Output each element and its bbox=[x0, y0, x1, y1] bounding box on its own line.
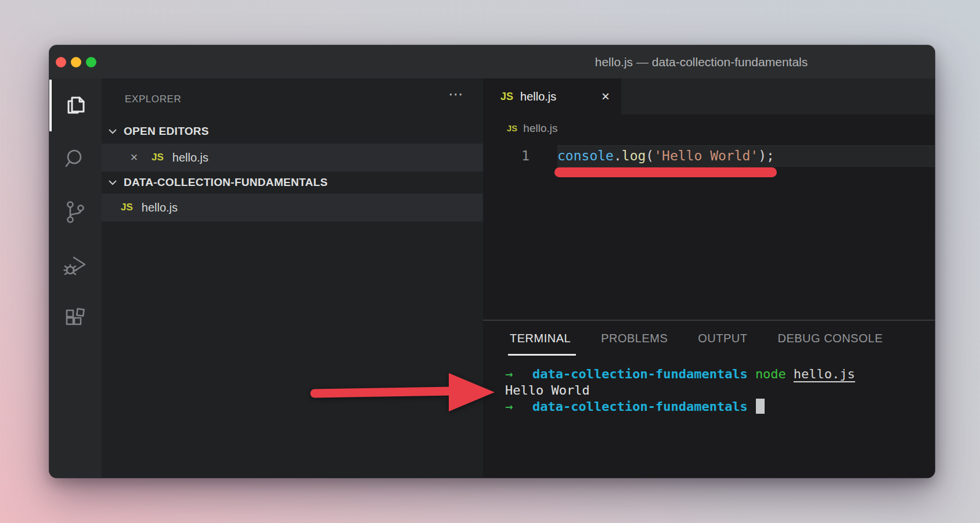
terminal-command-arg: hello.js bbox=[794, 367, 855, 381]
zoom-window-button[interactable] bbox=[86, 57, 96, 67]
code-token: . bbox=[614, 148, 622, 163]
js-file-icon: JS bbox=[121, 202, 133, 213]
activity-item-run-debug[interactable] bbox=[49, 239, 102, 292]
run-and-debug-icon bbox=[62, 252, 89, 279]
js-file-icon: JS bbox=[507, 123, 517, 133]
tab-strip: JS hello.js × bbox=[483, 78, 935, 114]
sidebar-title: EXPLORER bbox=[125, 94, 181, 105]
terminal-line-command: →data-collection-fundamentalsnodehello.j… bbox=[505, 366, 935, 382]
terminal-content[interactable]: →data-collection-fundamentalsnodehello.j… bbox=[483, 356, 935, 415]
breadcrumb: JS hello.js bbox=[483, 114, 935, 142]
code-line-content[interactable]: console.log('Hello World'); bbox=[557, 145, 935, 167]
section-label: DATA-COLLECTION-FUNDAMENTALS bbox=[124, 176, 327, 189]
terminal-command: node bbox=[755, 367, 786, 381]
titlebar: hello.js — data-collection-fundamentals bbox=[49, 45, 935, 78]
file-name: hello.js bbox=[172, 151, 208, 164]
section-open-editors[interactable]: OPEN EDITORS bbox=[102, 119, 483, 144]
minimize-window-button[interactable] bbox=[71, 57, 81, 67]
code-line-1: 1 console.log('Hello World'); bbox=[483, 145, 935, 167]
more-actions-icon[interactable]: ⋯ bbox=[448, 85, 464, 103]
terminal-line-output: Hello World bbox=[505, 382, 935, 399]
annotation-underline-red bbox=[554, 167, 777, 177]
js-file-icon: JS bbox=[152, 152, 164, 163]
prompt-directory: data-collection-fundamentals bbox=[532, 367, 748, 381]
terminal-cursor bbox=[756, 399, 765, 414]
editor-group: JS hello.js × JS hello.js 1 console.log(… bbox=[483, 78, 935, 478]
prompt-arrow: → bbox=[505, 399, 532, 415]
tab-hello-js[interactable]: JS hello.js × bbox=[483, 78, 621, 114]
code-editor[interactable]: 1 console.log('Hello World'); bbox=[483, 142, 935, 320]
code-token: 'Hello World' bbox=[654, 148, 758, 163]
code-token: console bbox=[557, 148, 614, 163]
activity-bar bbox=[49, 78, 102, 478]
files-icon bbox=[62, 92, 89, 119]
close-tab-icon[interactable]: × bbox=[601, 89, 610, 103]
bottom-panel: TERMINAL PROBLEMS OUTPUT DEBUG CONSOLE →… bbox=[483, 320, 935, 478]
activity-item-source-control[interactable] bbox=[49, 185, 102, 239]
js-file-icon: JS bbox=[500, 91, 513, 103]
chevron-down-icon bbox=[107, 127, 118, 136]
activity-item-extensions[interactable] bbox=[49, 292, 102, 346]
annotation-arrow-red bbox=[302, 366, 502, 421]
file-name: hello.js bbox=[142, 201, 178, 214]
section-label: OPEN EDITORS bbox=[124, 125, 209, 138]
breadcrumb-item-file[interactable]: hello.js bbox=[523, 122, 557, 135]
active-view-indicator bbox=[49, 80, 52, 131]
window-title: hello.js — data-collection-fundamentals bbox=[595, 45, 808, 78]
code-token: ); bbox=[758, 148, 774, 163]
open-editor-row-hello-js[interactable]: × JS hello.js bbox=[102, 144, 483, 171]
panel-tab-output[interactable]: OUTPUT bbox=[698, 321, 747, 356]
close-editor-icon[interactable]: × bbox=[128, 150, 140, 165]
source-control-icon bbox=[62, 199, 89, 225]
activity-item-explorer[interactable] bbox=[49, 78, 102, 132]
chevron-down-icon bbox=[107, 178, 118, 187]
panel-tab-debug-console[interactable]: DEBUG CONSOLE bbox=[778, 321, 883, 356]
code-token: ( bbox=[646, 148, 654, 163]
panel-tab-bar: TERMINAL PROBLEMS OUTPUT DEBUG CONSOLE bbox=[483, 321, 935, 356]
terminal-line-prompt: →data-collection-fundamentals bbox=[505, 399, 935, 415]
tree-item-hello-js[interactable]: JS hello.js bbox=[102, 194, 483, 221]
section-folder-root[interactable]: DATA-COLLECTION-FUNDAMENTALS bbox=[102, 171, 483, 194]
close-window-button[interactable] bbox=[56, 57, 66, 67]
extensions-icon bbox=[62, 306, 89, 332]
line-number: 1 bbox=[483, 145, 557, 167]
prompt-arrow: → bbox=[505, 366, 532, 382]
tab-label: hello.js bbox=[520, 90, 556, 103]
activity-item-search[interactable] bbox=[49, 132, 102, 185]
code-token: log bbox=[622, 148, 646, 163]
prompt-directory: data-collection-fundamentals bbox=[532, 399, 748, 414]
panel-tab-problems[interactable]: PROBLEMS bbox=[601, 321, 668, 356]
panel-tab-terminal[interactable]: TERMINAL bbox=[510, 321, 571, 356]
search-icon bbox=[62, 145, 89, 172]
